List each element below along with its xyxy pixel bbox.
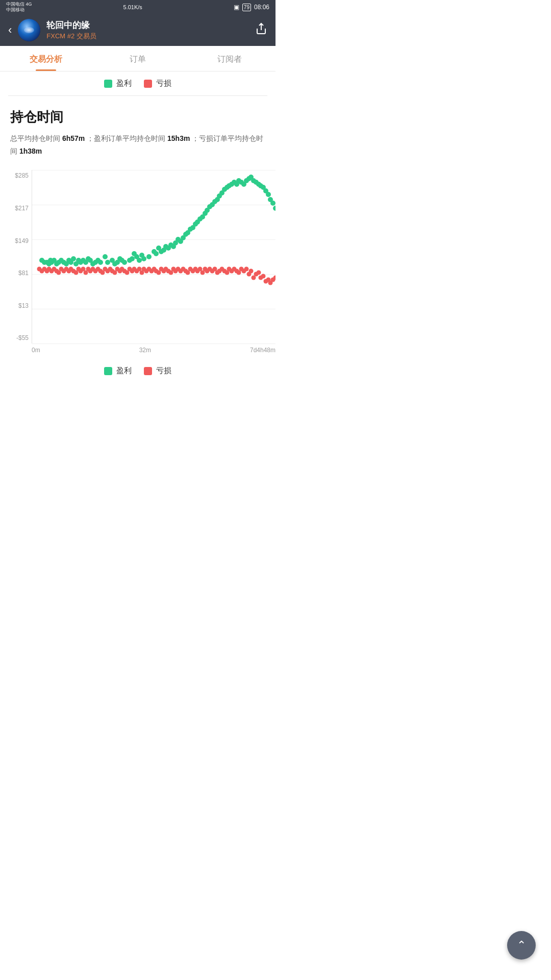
scatter-dot	[273, 206, 276, 211]
avg-profit-time: 15h3m	[167, 134, 190, 142]
scatter-dot	[130, 256, 135, 261]
bottom-profit-dot-icon	[104, 367, 112, 375]
scatter-dot	[141, 256, 146, 261]
x-label-max: 7d4h48m	[250, 347, 276, 354]
scatter-dot	[103, 254, 108, 259]
avg-loss-time: 1h38m	[19, 147, 42, 155]
scatter-dot	[261, 274, 266, 278]
scatter-dot	[266, 192, 271, 197]
grid-line-1	[32, 205, 276, 205]
loss-dot-icon	[144, 80, 152, 88]
carrier2: 中国移动	[6, 7, 32, 13]
sim-icon: ▣	[234, 4, 239, 11]
bottom-loss-label: 亏损	[156, 366, 171, 376]
avg-total-time: 6h57m	[62, 134, 85, 142]
scatter-dot	[146, 254, 152, 259]
y-label-285: $285	[8, 172, 32, 179]
bottom-profit-label: 盈利	[116, 366, 132, 376]
time: 08:06	[254, 4, 269, 11]
app-bar-info: 轮回中的缘 FXCM #2 交易员	[46, 19, 249, 41]
scatter-dot	[71, 256, 76, 261]
x-axis: 0m 32m 7d4h48m	[8, 344, 276, 354]
profit-label: 盈利	[116, 79, 132, 88]
desc-middle1: ；盈利订单平均持仓时间	[87, 134, 165, 142]
bottom-loss-dot-icon	[144, 367, 152, 375]
scatter-dot	[249, 268, 254, 273]
y-label-13: $13	[8, 302, 32, 309]
holding-time-section: 持仓时间 总平均持仓时间 6h57m ；盈利订单平均持仓时间 15h3m ；亏损…	[0, 96, 276, 166]
avatar-image	[18, 19, 40, 41]
scatter-dot	[244, 267, 248, 272]
avatar-galaxy	[24, 27, 34, 33]
account-role: 交易员	[77, 32, 96, 40]
profit-dot-icon	[104, 80, 112, 88]
share-button[interactable]	[255, 22, 267, 38]
app-bar: ‹ 轮回中的缘 FXCM #2 交易员	[0, 14, 276, 46]
trader-name: 轮回中的缘	[46, 19, 249, 31]
bottom-legend-profit: 盈利	[104, 366, 132, 376]
y-label-149: $149	[8, 237, 32, 244]
scatter-dot	[122, 260, 127, 265]
y-label-217: $217	[8, 205, 32, 212]
bottom-legend-loss: 亏损	[144, 366, 171, 376]
trader-account: FXCM #2 交易员	[46, 32, 249, 41]
scatter-dot	[154, 251, 159, 256]
tab-trading-analysis[interactable]: 交易分析	[0, 46, 92, 71]
tab-orders[interactable]: 订单	[92, 46, 184, 71]
chart-area	[32, 170, 276, 344]
scatter-dot	[105, 260, 110, 265]
avatar	[18, 19, 40, 41]
top-legend: 盈利 亏损	[0, 71, 276, 95]
chart-container: $285 $217 $149 $81 $13 -$55 0m 32m 7d4h4…	[0, 166, 276, 358]
y-label-81: $81	[8, 270, 32, 277]
status-right: ▣ 79 08:06	[234, 4, 269, 11]
grid-line-4	[32, 309, 276, 309]
scatter-dot	[273, 276, 276, 280]
grid-line-2	[32, 239, 276, 240]
y-axis: $285 $217 $149 $81 $13 -$55	[8, 170, 32, 344]
battery-icon: 79	[242, 4, 251, 11]
y-label-neg55: -$55	[8, 334, 32, 341]
tab-subscribers[interactable]: 订阅者	[184, 46, 276, 71]
desc-prefix: 总平均持仓时间	[10, 134, 60, 142]
section-description: 总平均持仓时间 6h57m ；盈利订单平均持仓时间 15h3m ；亏损订单平均持…	[10, 132, 265, 158]
scatter-dot	[256, 270, 261, 275]
grid-line-top	[32, 170, 276, 170]
scatter-dot	[270, 201, 276, 206]
x-label-0: 0m	[32, 347, 40, 354]
bottom-legend: 盈利 亏损	[0, 358, 276, 384]
back-button[interactable]: ‹	[8, 23, 12, 37]
carrier-info: 中国电信 4G 中国移动	[6, 2, 32, 13]
x-label-32m: 32m	[139, 347, 151, 354]
tab-bar: 交易分析 订单 订阅者	[0, 46, 276, 71]
account-id: FXCM #2	[46, 32, 74, 40]
legend-loss-item: 亏损	[144, 79, 171, 88]
scatter-dot	[137, 258, 142, 263]
grid-line-bottom	[32, 344, 276, 344]
legend-profit-item: 盈利	[104, 79, 132, 88]
network-speed: 5.01K/s	[123, 4, 142, 10]
carrier1: 中国电信 4G	[6, 2, 32, 7]
scatter-dot	[98, 260, 103, 265]
chart-wrap: $285 $217 $149 $81 $13 -$55	[8, 170, 276, 344]
loss-label: 亏损	[156, 79, 171, 88]
section-title: 持仓时间	[10, 108, 265, 126]
status-bar: 中国电信 4G 中国移动 5.01K/s ▣ 79 08:06	[0, 0, 276, 14]
